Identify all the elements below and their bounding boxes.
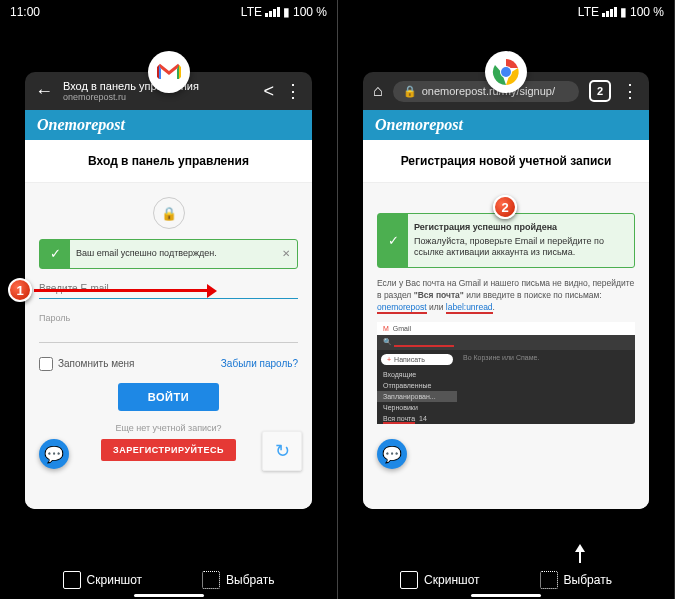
gmail-screenshot: M Gmail 🔍 +Написать Входящие Отправленны… [377, 322, 635, 424]
gmail-compose: +Написать [381, 354, 453, 365]
back-icon[interactable]: ← [35, 81, 53, 102]
gmail-sidebar: +Написать Входящие Отправленные Запланир… [377, 350, 457, 424]
screenshot-button[interactable]: Скриншот [400, 571, 479, 589]
menu-icon[interactable]: ⋮ [284, 80, 302, 102]
home-icon[interactable]: ⌂ [373, 82, 383, 100]
password-label: Пароль [39, 313, 298, 323]
select-icon [202, 571, 220, 589]
gmail-scheduled: Запланирован... [377, 391, 457, 402]
remember-row: Запомнить меня Забыли пароль? [39, 357, 298, 371]
page-heading: Регистрация новой учетной записи [363, 140, 649, 183]
status-lte: LTE [241, 5, 262, 19]
password-field-wrap: Пароль [39, 313, 298, 343]
status-time: 11:00 [10, 5, 40, 19]
status-bar: 11:00 LTE ▮ 100 % [338, 0, 674, 24]
no-account-text: Еще нет учетной записи? [39, 423, 298, 433]
tab-subtitle: onemorepost.ru [63, 92, 253, 102]
recents-bottom-bar: Скриншот Выбрать [338, 571, 674, 589]
phone-right: 11:00 LTE ▮ 100 % ⌂ 🔒onemorepost.ru/my/s… [337, 0, 674, 599]
check-icon: ✓ [40, 240, 70, 268]
status-lte: LTE [578, 5, 599, 19]
login-button[interactable]: ВОЙТИ [118, 383, 219, 411]
help-link-1[interactable]: onemorepost [377, 302, 427, 314]
remember-text: Запомнить меня [58, 358, 135, 369]
page-content: Onemorepost Регистрация новой учетной за… [363, 110, 649, 509]
screenshot-button[interactable]: Скриншот [63, 571, 142, 589]
chat-fab-icon[interactable]: 💬 [377, 439, 407, 469]
success-alert: ✓ Ваш email успешно подтвержден. ✕ [39, 239, 298, 269]
page-heading: Вход в панель управления [25, 140, 312, 183]
callout-2: 2 [493, 195, 517, 219]
password-field[interactable] [39, 323, 298, 343]
select-icon [540, 571, 558, 589]
close-icon[interactable]: ✕ [275, 240, 297, 268]
url-bar[interactable]: 🔒onemorepost.ru/my/signup/ [393, 81, 579, 102]
lock-icon: 🔒 [403, 85, 417, 98]
status-battery: 100 % [293, 5, 327, 19]
select-label: Выбрать [564, 573, 612, 587]
gmail-empty-text: Во Корзине или Спаме. [457, 350, 635, 424]
signal-icon [265, 7, 280, 17]
gmail-brand: Gmail [393, 325, 411, 332]
success-text: Регистрация успешно пройденаПожалуйста, … [408, 214, 634, 267]
help-paragraph: Если у Вас почта на Gmail и нашего письм… [377, 278, 635, 314]
status-right: LTE ▮ 100 % [241, 5, 327, 19]
status-right: LTE ▮ 100 % [578, 5, 664, 19]
select-button[interactable]: Выбрать [540, 571, 612, 589]
gmail-allmail: Вся почта 14 [377, 413, 457, 424]
share-icon[interactable]: < [263, 81, 274, 102]
forgot-password-link[interactable]: Забыли пароль? [221, 358, 298, 369]
screenshot-icon [63, 571, 81, 589]
callout-select-arrow [579, 550, 581, 563]
remember-checkbox-label[interactable]: Запомнить меня [39, 357, 135, 371]
success-title: Регистрация успешно пройдена [414, 222, 628, 234]
battery-icon: ▮ [620, 5, 627, 19]
gmail-inbox: Входящие [377, 369, 457, 380]
gmail-drafts: Черновики [377, 402, 457, 413]
app-icon-gmail[interactable] [148, 51, 190, 93]
app-icon-chrome[interactable] [485, 51, 527, 93]
remember-checkbox[interactable] [39, 357, 53, 371]
home-indicator[interactable] [134, 594, 204, 597]
brand-logo: Onemorepost [25, 110, 312, 140]
battery-icon: ▮ [283, 5, 290, 19]
recents-bottom-bar: Скриншот Выбрать [0, 571, 337, 589]
phone-left: 11:00 LTE ▮ 100 % ← Вход в панель управл… [0, 0, 337, 599]
success-body: Пожалуйста, проверьте Email и перейдите … [414, 236, 604, 258]
screenshot-icon [400, 571, 418, 589]
gmail-search-bar: 🔍 [377, 335, 635, 350]
recent-app-card[interactable]: ⌂ 🔒onemorepost.ru/my/signup/ 2 ⋮ Onemore… [363, 35, 649, 539]
recent-app-card[interactable]: ← Вход в панель управления onemorepost.r… [25, 35, 312, 539]
svg-point-3 [501, 67, 511, 77]
select-button[interactable]: Выбрать [202, 571, 274, 589]
url-text: onemorepost.ru/my/signup/ [422, 85, 555, 97]
lock-icon: 🔒 [153, 197, 185, 229]
success-text: Ваш email успешно подтвержден. [70, 240, 275, 268]
success-alert: ✓ Регистрация успешно пройденаПожалуйста… [377, 213, 635, 268]
status-bar: 11:00 LTE ▮ 100 % [0, 0, 337, 24]
menu-icon[interactable]: ⋮ [621, 80, 639, 102]
register-button[interactable]: ЗАРЕГИСТРИРУЙТЕСЬ [101, 439, 236, 461]
select-label: Выбрать [226, 573, 274, 587]
brand-logo: Onemorepost [363, 110, 649, 140]
callout-1-arrow [34, 289, 209, 292]
screenshot-label: Скриншот [424, 573, 479, 587]
callout-1: 1 [8, 278, 32, 302]
page-content: Onemorepost Вход в панель управления 🔒 ✓… [25, 110, 312, 509]
recaptcha-badge: ↻ [262, 431, 302, 471]
chat-fab-icon[interactable]: 💬 [39, 439, 69, 469]
check-icon: ✓ [378, 214, 408, 267]
home-indicator[interactable] [471, 594, 541, 597]
screenshot-label: Скриншот [87, 573, 142, 587]
help-link-2[interactable]: label:unread [446, 302, 493, 314]
status-battery: 100 % [630, 5, 664, 19]
gmail-sent: Отправленные [377, 380, 457, 391]
tabs-count[interactable]: 2 [589, 80, 611, 102]
signal-icon [602, 7, 617, 17]
